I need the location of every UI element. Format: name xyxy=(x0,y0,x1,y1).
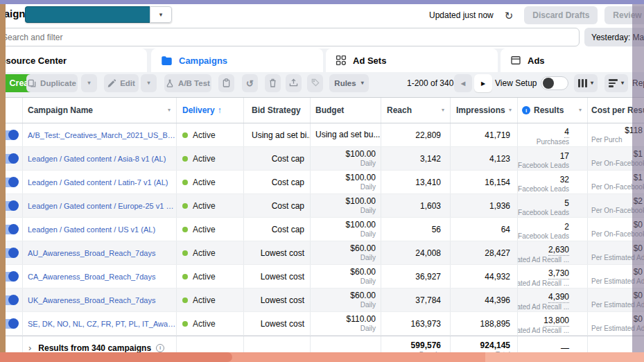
cost-type-label: Per Purch xyxy=(588,136,644,145)
results-value[interactable]: 4 xyxy=(564,127,569,138)
column-campaign-name[interactable]: Campaign Name ▾ xyxy=(23,98,177,123)
tab-ad-sets[interactable]: Ad Sets xyxy=(326,49,498,72)
campaign-name-cell: Leadgen / Gated content / Europe-25 v1 (… xyxy=(23,194,177,217)
view-setup-toggle[interactable] xyxy=(541,76,568,90)
rules-button[interactable]: Rules ▾ xyxy=(329,74,369,92)
reach-cell: 22,809 xyxy=(381,123,451,146)
undo-button[interactable]: ↺ xyxy=(242,74,258,92)
column-bid-strategy[interactable]: Bid Strategy xyxy=(244,98,311,123)
next-page-button[interactable]: ▶ xyxy=(474,74,492,92)
impressions-cell: 16,154 xyxy=(451,171,518,193)
toggle-cell xyxy=(6,288,23,311)
scrollbar-thumb[interactable] xyxy=(0,352,232,362)
duplicate-button[interactable]: Duplicate xyxy=(26,74,78,92)
cost-type-label: Per Estimated Ad R xyxy=(588,254,644,263)
tab-resource-center[interactable]: Resource Center xyxy=(0,49,147,72)
column-delivery[interactable]: Delivery ↑ xyxy=(177,98,244,123)
table-row: AU_Awareness_Broad_Reach_7daysActiveLowe… xyxy=(6,241,644,265)
campaign-name-link[interactable]: Leadgen / Gated content / Latin-7 v1 (AL… xyxy=(28,178,176,187)
delivery-cell: Active xyxy=(177,312,244,335)
budget-cell: $100.00Daily xyxy=(311,194,381,217)
refresh-icon[interactable]: ↻ xyxy=(505,10,514,21)
reports-button[interactable]: Rep xyxy=(632,74,644,92)
breakdown-button[interactable]: ▾ xyxy=(604,74,628,92)
campaign-name-link[interactable]: CA_Awareness_Broad_Reach_7days xyxy=(28,273,176,281)
table-row: Leadgen / Gated content / Asia-8 v1 (AL)… xyxy=(6,147,644,171)
campaign-name-link[interactable]: AU_Awareness_Broad_Reach_7days xyxy=(28,249,176,257)
account-selector[interactable]: ▾ xyxy=(25,6,172,23)
results-value[interactable]: 13,800 xyxy=(543,316,569,327)
bid-strategy-cell: Lowest cost xyxy=(244,312,311,335)
impressions-cell: 188,895 xyxy=(451,312,518,335)
column-reach[interactable]: Reach ▾ xyxy=(381,98,451,123)
delivery-cell: Active xyxy=(177,241,244,264)
budget-period: Daily xyxy=(360,325,376,334)
budget-period: Daily xyxy=(360,254,376,263)
campaign-name-link[interactable]: Leadgen / Gated content / US v1 (AL) xyxy=(28,225,176,234)
ab-test-button[interactable]: A/B Test xyxy=(164,74,211,92)
reach-cell: 13,410 xyxy=(381,171,451,193)
active-status-dot xyxy=(182,274,188,279)
cost-per-result-cell: $0Per Estimated Ad R xyxy=(588,288,644,311)
cost-type-label: Per On-Facebook Le xyxy=(588,183,644,192)
campaign-name-link[interactable]: SE, DK, NO, NL, CZ, FR, PT, PL, IT_Aware… xyxy=(28,320,176,328)
edit-button[interactable]: Edit xyxy=(104,74,139,92)
account-dropdown-button[interactable]: ▾ xyxy=(150,6,172,23)
active-status-dot xyxy=(182,250,188,256)
edit-dropdown[interactable]: ▾ xyxy=(141,74,157,92)
toggle-knob xyxy=(8,295,19,305)
column-impressions[interactable]: Impressions ▾ xyxy=(451,98,518,123)
delivery-cell: Active xyxy=(177,288,244,311)
campaign-name-link[interactable]: A/B_Test:_Creatives_March_2021_US_Broad_… xyxy=(28,131,176,139)
date-range-selector[interactable]: Yesterday: Mar 11, xyxy=(584,28,644,46)
budget-value: $100.00 xyxy=(346,220,376,230)
results-type-label: Estimated Ad Recall ... xyxy=(518,256,569,265)
column-budget[interactable]: Budget xyxy=(311,98,381,123)
results-value[interactable]: 3,730 xyxy=(548,268,569,279)
campaign-name-cell: Leadgen / Gated content / US v1 (AL) xyxy=(23,218,177,241)
results-value[interactable]: 4,390 xyxy=(548,292,569,303)
review-publish-button[interactable]: Review and Publish xyxy=(604,6,644,24)
results-cell: 3,730Estimated Ad Recall ... xyxy=(518,265,588,288)
export-button[interactable] xyxy=(286,74,302,92)
delete-button[interactable] xyxy=(265,74,281,92)
select-all-cell[interactable] xyxy=(6,98,23,123)
chevron-down-icon: ▾ xyxy=(621,80,624,86)
tab-ads[interactable]: Ads xyxy=(501,49,644,72)
chevron-down-icon: ▾ xyxy=(147,80,150,86)
search-input[interactable] xyxy=(0,28,580,46)
cost-type-label: Per On-Facebook Le xyxy=(588,230,644,239)
budget-value: $100.00 xyxy=(346,196,376,207)
discard-drafts-button[interactable]: Discard Drafts xyxy=(524,6,598,24)
tag-button[interactable] xyxy=(307,74,323,92)
reach-cell: 1,603 xyxy=(381,194,451,217)
column-cost-per-result[interactable]: Cost per Result xyxy=(588,98,644,123)
impressions-cell: 44,932 xyxy=(451,265,518,288)
prev-page-button[interactable]: ◀ xyxy=(454,74,472,92)
reach-cell: 24,008 xyxy=(381,241,451,264)
view-setup-label: View Setup xyxy=(495,74,537,92)
campaign-name-link[interactable]: Leadgen / Gated content / Asia-8 v1 (AL) xyxy=(28,155,176,163)
results-cell: 32On-Facebook Leads xyxy=(518,171,588,193)
results-value[interactable]: 2,630 xyxy=(548,245,569,256)
clipboard-button[interactable] xyxy=(218,74,234,92)
horizontal-scrollbar[interactable] xyxy=(0,352,644,362)
toggle-cell xyxy=(6,147,23,170)
tab-campaigns[interactable]: Campaigns xyxy=(151,49,323,72)
cost-per-result-cell: $0Per On-Facebook Le xyxy=(588,218,644,241)
column-results[interactable]: i Results ▾ xyxy=(518,98,588,123)
cost-value: $0 xyxy=(588,267,644,277)
results-cell: 4Purchases xyxy=(518,123,588,146)
results-type-label: Estimated Ad Recall ... xyxy=(518,303,569,312)
campaign-name-cell: UK_Awareness_Broad_Reach_7days xyxy=(23,288,177,311)
budget-value: $60.00 xyxy=(350,267,376,277)
budget-cell: $60.00Daily xyxy=(311,241,381,264)
cost-per-result-cell: $0Per Estimated Ad R xyxy=(588,312,644,335)
reach-cell: 3,142 xyxy=(381,147,451,170)
columns-button[interactable]: ▾ xyxy=(574,74,598,92)
budget-cell: Using ad set bu... xyxy=(311,123,381,146)
bid-strategy-cell: Cost cap xyxy=(244,147,311,170)
campaign-name-link[interactable]: UK_Awareness_Broad_Reach_7days xyxy=(28,296,176,304)
duplicate-dropdown[interactable]: ▾ xyxy=(81,74,97,92)
campaign-name-link[interactable]: Leadgen / Gated content / Europe-25 v1 (… xyxy=(28,202,176,210)
